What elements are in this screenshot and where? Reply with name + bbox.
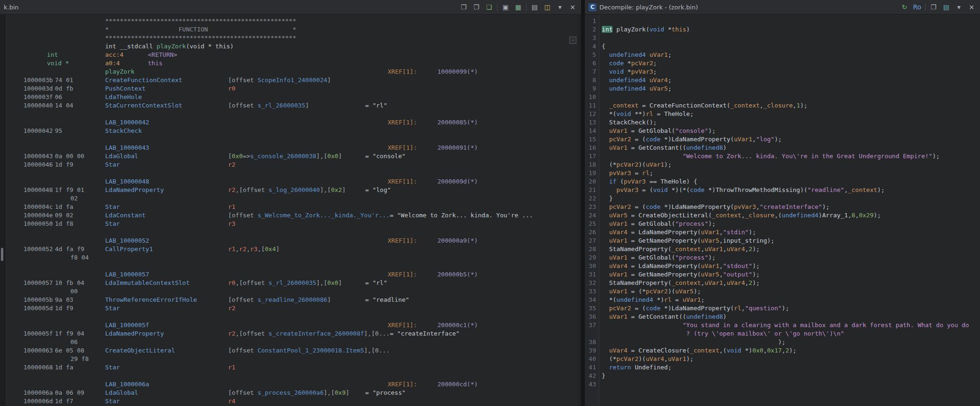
token[interactable]: undefined4 bbox=[609, 51, 646, 58]
token[interactable]: uVar5 bbox=[675, 288, 694, 295]
token[interactable]: "log" bbox=[756, 136, 774, 143]
asm-line[interactable]: LAB_10000048XREF[1]:2000009d(*) bbox=[0, 177, 581, 186]
chevron-down-icon[interactable]: ▾ bbox=[555, 2, 565, 12]
code-line[interactable]: 23 pcVar2 = (code *)LdaNamedProperty(pvV… bbox=[585, 203, 980, 211]
asm-line[interactable]: 1000005b9a 03ThrowReferenceErrorIfHole[o… bbox=[0, 296, 581, 304]
token[interactable]: r3 bbox=[228, 220, 236, 227]
token[interactable]: = bbox=[638, 102, 649, 109]
token[interactable] bbox=[602, 127, 609, 134]
token[interactable]: LdaGlobal bbox=[105, 153, 138, 160]
token[interactable]: ( bbox=[672, 127, 675, 134]
code-line[interactable]: 15 pcVar2 = (code *)LdaNamedProperty(uVa… bbox=[585, 135, 980, 144]
token[interactable]: r0 bbox=[228, 85, 236, 92]
token[interactable]: if bbox=[609, 178, 617, 185]
token[interactable]: (( bbox=[679, 313, 686, 320]
token[interactable]: = bbox=[628, 254, 638, 261]
panel-divider[interactable] bbox=[581, 0, 585, 406]
token[interactable]: , bbox=[246, 245, 250, 253]
decompiler-view[interactable]: 12int playZork(void *this)34{5 undefined… bbox=[585, 15, 980, 406]
asm-line[interactable]: playZorkXREF[1]:10000099(*) bbox=[0, 68, 581, 76]
token[interactable]: 1000005b bbox=[23, 296, 53, 303]
token[interactable]: = bbox=[672, 296, 682, 303]
token[interactable]: LAB_10000048 bbox=[105, 178, 149, 185]
token[interactable]: [offset bbox=[228, 77, 258, 84]
token[interactable]: 1 bbox=[796, 102, 800, 109]
token[interactable]: ; bbox=[650, 169, 653, 176]
token[interactable]: ); bbox=[708, 127, 716, 134]
token[interactable]: undefined4 bbox=[616, 296, 653, 303]
token[interactable]: _context bbox=[672, 245, 701, 253]
token[interactable]: void * bbox=[47, 60, 69, 67]
token[interactable]: LdaConstant bbox=[105, 212, 145, 219]
asm-line[interactable]: 1000004e09 02LdaConstant[offset s_Welcom… bbox=[0, 211, 581, 220]
token[interactable]: "You stand in a clearing with a mailbox … bbox=[682, 322, 969, 329]
listing-scrollbar[interactable] bbox=[578, 14, 581, 406]
token[interactable]: (* bbox=[602, 355, 616, 362]
token[interactable]: void bbox=[653, 186, 668, 193]
edge-scroll-thumb[interactable] bbox=[1, 248, 3, 261]
token[interactable]: 02 bbox=[70, 195, 78, 202]
token[interactable]: ( bbox=[730, 305, 734, 312]
token[interactable]: 1f f9 04 bbox=[55, 330, 84, 337]
token[interactable]: (); bbox=[646, 119, 657, 126]
token[interactable]: 200000b5(*) bbox=[437, 271, 478, 278]
token[interactable]: code bbox=[690, 186, 704, 193]
token[interactable]: this bbox=[672, 26, 686, 33]
asm-line[interactable]: 1000004295StackCheck bbox=[0, 127, 581, 135]
token[interactable]: uVar5 bbox=[609, 212, 628, 219]
token[interactable]: playZork bbox=[105, 68, 135, 75]
token[interactable]: 200000a9(*) bbox=[437, 237, 478, 244]
token[interactable]: ] bbox=[327, 296, 331, 303]
token[interactable]: XREF[1]: bbox=[388, 119, 417, 126]
token[interactable]: pcVar2 bbox=[609, 203, 631, 210]
token[interactable]: code bbox=[609, 60, 624, 67]
token[interactable]: = bbox=[653, 110, 664, 117]
token[interactable]: StaNamedProperty bbox=[609, 245, 668, 253]
token[interactable]: pcVar2 bbox=[616, 161, 638, 168]
token[interactable] bbox=[602, 68, 609, 75]
token[interactable] bbox=[602, 178, 609, 185]
token[interactable]: "readline" bbox=[807, 186, 844, 193]
token[interactable]: 2 bbox=[749, 279, 752, 286]
token[interactable]: GetGlobal bbox=[638, 127, 671, 134]
token[interactable]: [offset bbox=[228, 347, 258, 354]
token[interactable]: , bbox=[756, 203, 760, 210]
token[interactable]: = "log" bbox=[365, 186, 391, 193]
asm-line[interactable]: LAB_10000042XREF[1]:20000085(*) bbox=[0, 118, 581, 127]
asm-line[interactable]: 29 f8 bbox=[0, 355, 581, 363]
token[interactable]: ] bbox=[276, 245, 280, 253]
token[interactable]: int bbox=[602, 26, 612, 33]
token[interactable]: 1d f9 bbox=[55, 305, 73, 312]
token[interactable]: [ bbox=[228, 153, 232, 160]
token[interactable]: 29 f8 bbox=[70, 355, 89, 362]
token[interactable]: 10000040 bbox=[23, 102, 53, 109]
token[interactable]: _context bbox=[848, 186, 877, 193]
token[interactable]: LdaNamedProperty bbox=[672, 136, 730, 143]
token[interactable]: uVar1 bbox=[609, 288, 628, 295]
token[interactable]: s_Welcome_to_Zork..._kinda._You'r... bbox=[258, 212, 390, 219]
token[interactable]: uVar1 bbox=[704, 245, 723, 253]
token[interactable]: LAB_10000043 bbox=[105, 144, 149, 151]
token[interactable]: void bbox=[727, 347, 741, 354]
token[interactable]: , bbox=[723, 245, 727, 253]
token[interactable]: * bbox=[624, 60, 631, 67]
token[interactable]: , bbox=[793, 102, 796, 109]
token[interactable]: playZork bbox=[157, 43, 186, 50]
token[interactable]: = bbox=[628, 127, 638, 134]
code-line[interactable]: 31 uVar1 = GetNamedProperty(uVar5,"outpu… bbox=[585, 270, 980, 279]
code-line[interactable]: 25 uVar1 = GetGlobal("process"); bbox=[585, 220, 980, 228]
code-line[interactable]: 11 _context = CreateFunctionContext(_con… bbox=[585, 101, 980, 110]
token[interactable]: 9a 03 bbox=[55, 296, 73, 303]
code-line[interactable]: ? (try \'open mailbox\' or \'go north\')… bbox=[585, 329, 980, 338]
token[interactable]: 1000004c bbox=[23, 203, 53, 210]
token[interactable]: 1000004e bbox=[23, 212, 53, 219]
token[interactable]: LdaNamedProperty bbox=[672, 203, 730, 210]
asm-line[interactable]: LAB_1000005fXREF[1]:200000c1(*) bbox=[0, 321, 581, 329]
token[interactable]: _context bbox=[712, 212, 742, 219]
token[interactable]: r1 bbox=[228, 203, 236, 210]
token[interactable]: pvVar3 bbox=[609, 169, 631, 176]
token[interactable]: uVar1 bbox=[704, 279, 723, 286]
ro-button[interactable]: Ro bbox=[912, 2, 922, 12]
token[interactable]: ; bbox=[653, 60, 657, 67]
token[interactable]: LAB_10000042 bbox=[105, 119, 149, 126]
